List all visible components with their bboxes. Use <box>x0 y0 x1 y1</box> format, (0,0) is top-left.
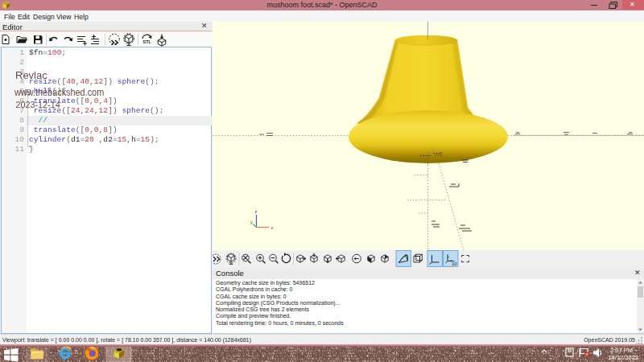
svg-text:y: y <box>250 220 253 224</box>
svg-text:STL: STL <box>143 39 152 44</box>
svg-text:x: x <box>271 225 274 230</box>
svg-text:10: 10 <box>452 261 457 266</box>
svg-text:z: z <box>255 209 258 214</box>
